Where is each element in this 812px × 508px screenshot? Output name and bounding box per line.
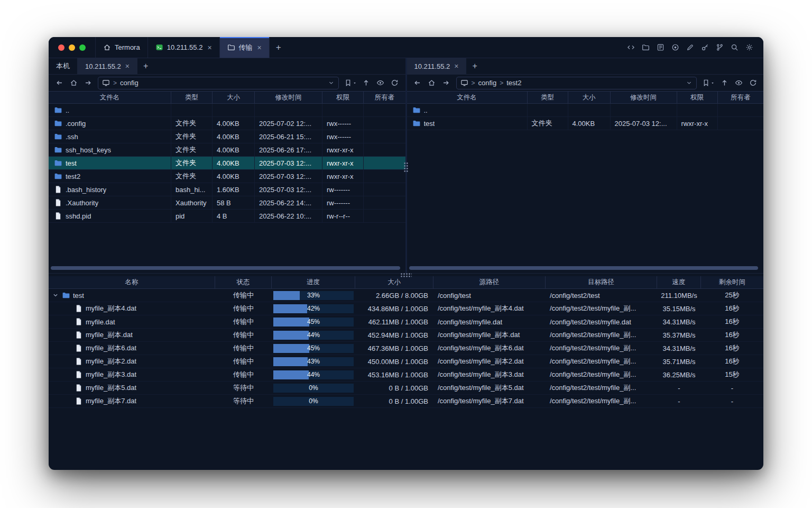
panel-tab[interactable]: 10.211.55.2× xyxy=(407,58,467,74)
code-button[interactable] xyxy=(624,41,638,55)
column-header[interactable]: 速度 xyxy=(657,276,701,288)
back-button[interactable] xyxy=(53,77,66,89)
column-header[interactable]: 所有者 xyxy=(364,92,405,103)
column-header[interactable]: 大小 xyxy=(568,92,611,103)
preview-button[interactable] xyxy=(374,77,387,89)
forward-button[interactable] xyxy=(440,77,453,89)
file-perm-cell: rw-r--r-- xyxy=(322,210,364,222)
file-icon xyxy=(75,304,83,313)
window-tab-transfer[interactable]: 传输× xyxy=(220,37,270,58)
file-icon xyxy=(75,397,83,405)
folder-button[interactable] xyxy=(639,41,652,55)
transfer-source-cell: /config/test/myfile_副本5.dat xyxy=(433,382,546,394)
path-breadcrumb[interactable]: >config xyxy=(98,77,339,89)
search-icon xyxy=(731,43,739,51)
file-row[interactable]: sshd.pidpid4 B2025-06-22 10:...rw-r--r-- xyxy=(49,210,405,223)
file-name-cell: test xyxy=(407,117,528,130)
close-icon[interactable]: × xyxy=(454,62,458,70)
file-row[interactable]: .bash_historybash_hi...1.60KB2025-07-03 … xyxy=(49,183,405,196)
column-header[interactable]: 文件名 xyxy=(407,92,528,103)
chevron-down-icon[interactable] xyxy=(686,79,693,86)
column-header[interactable]: 权限 xyxy=(322,92,364,103)
bookmark-button[interactable] xyxy=(343,77,358,89)
transfer-name: myfile_副本.dat xyxy=(86,330,133,340)
transfer-row[interactable]: myfile_副本2.dat传输中43%450.00MB / 1.00GB/co… xyxy=(49,355,763,368)
progress-bar: 45% xyxy=(273,318,354,326)
path-breadcrumb[interactable]: >config>test2 xyxy=(456,77,697,89)
file-row[interactable]: .. xyxy=(49,104,405,117)
edit-button[interactable] xyxy=(683,41,697,55)
transfer-row[interactable]: test传输中33%2.66GB / 8.00GB/config/test/co… xyxy=(49,289,763,302)
transfer-row[interactable]: myfile_副本5.dat等待中0%0 B / 1.00GB/config/t… xyxy=(49,382,763,395)
close-icon[interactable]: × xyxy=(207,44,211,51)
column-header[interactable]: 名称 xyxy=(49,276,215,288)
column-header[interactable]: 修改时间 xyxy=(611,92,677,103)
file-row[interactable]: test2文件夹4.00KB2025-07-03 12:...rwxr-xr-x xyxy=(49,170,405,183)
log-button[interactable] xyxy=(653,41,667,55)
file-row[interactable]: .. xyxy=(407,104,764,117)
column-header[interactable]: 源路径 xyxy=(433,276,546,288)
column-header[interactable]: 进度 xyxy=(272,276,355,288)
close-icon[interactable]: × xyxy=(125,62,130,70)
transfer-row[interactable]: myfile_副本6.dat传输中45%467.36MB / 1.00GB/co… xyxy=(49,342,763,355)
new-panel-tab-button[interactable]: + xyxy=(466,58,483,74)
forward-button[interactable] xyxy=(81,77,94,89)
panel-tab[interactable]: 10.211.55.2× xyxy=(78,58,137,74)
transfer-eta-cell: 15秒 xyxy=(701,368,763,381)
column-header[interactable]: 目标路径 xyxy=(546,276,657,288)
zoom-window-button[interactable] xyxy=(79,44,86,51)
file-row[interactable]: test文件夹4.00KB2025-07-03 12:...rwxr-xr-x xyxy=(49,157,405,170)
close-icon[interactable]: × xyxy=(257,44,262,51)
column-header[interactable]: 权限 xyxy=(677,92,718,103)
transfer-row[interactable]: myfile.dat传输中45%462.11MB / 1.00GB/config… xyxy=(49,315,763,329)
chevron-down-icon[interactable] xyxy=(328,79,335,86)
panel-tabbar: 10.211.55.2×+ xyxy=(407,58,764,75)
horizontal-scrollbar[interactable] xyxy=(51,266,400,270)
column-header[interactable]: 所有者 xyxy=(718,92,764,103)
column-header[interactable]: 大小 xyxy=(355,276,433,288)
file-row[interactable]: test文件夹4.00KB2025-07-03 12:...rwxr-xr-x xyxy=(407,117,764,130)
panel-tab[interactable]: 本机 xyxy=(49,58,78,74)
transfer-row[interactable]: myfile_副本.dat传输中44%452.94MB / 1.00GB/con… xyxy=(49,329,763,342)
home-button[interactable] xyxy=(67,77,80,89)
search-button[interactable] xyxy=(727,41,741,55)
column-header[interactable]: 状态 xyxy=(215,276,272,288)
window-tab-terminal[interactable]: 10.211.55.2× xyxy=(148,37,220,58)
upload-button[interactable] xyxy=(360,77,373,89)
transfer-name: myfile_副本3.dat xyxy=(86,370,136,379)
settings-button[interactable] xyxy=(742,41,756,55)
transfer-row[interactable]: myfile_副本3.dat传输中44%453.16MB / 1.00GB/co… xyxy=(49,368,763,382)
transfer-row[interactable]: myfile_副本4.dat传输中42%434.86MB / 1.00GB/co… xyxy=(49,302,763,315)
column-header[interactable]: 文件名 xyxy=(49,92,171,103)
file-perm-cell: rwx------ xyxy=(322,117,364,130)
file-row[interactable]: .XauthorityXauthority58 B2025-06-22 14:.… xyxy=(49,196,405,210)
new-panel-tab-button[interactable]: + xyxy=(137,58,154,74)
collapse-icon[interactable] xyxy=(52,292,59,299)
branch-button[interactable] xyxy=(713,41,726,55)
column-header[interactable]: 类型 xyxy=(528,92,568,103)
file-row[interactable]: .ssh文件夹4.00KB2025-06-21 15:...rwx------ xyxy=(49,130,405,143)
key-button[interactable] xyxy=(698,41,712,55)
preview-button[interactable] xyxy=(732,77,745,89)
new-tab-button[interactable]: + xyxy=(270,37,288,58)
file-row[interactable]: ssh_host_keys文件夹4.00KB2025-06-26 17:...r… xyxy=(49,143,405,157)
back-button[interactable] xyxy=(411,77,424,89)
horizontal-scrollbar[interactable] xyxy=(409,266,759,270)
transfer-progress-cell: 45% xyxy=(272,315,355,328)
home-button[interactable] xyxy=(426,77,438,89)
column-header[interactable]: 剩余时间 xyxy=(701,276,763,288)
close-window-button[interactable] xyxy=(58,44,64,51)
window-tab-home[interactable]: Termora xyxy=(95,37,148,58)
minimize-window-button[interactable] xyxy=(69,44,75,51)
refresh-button[interactable] xyxy=(746,77,759,89)
column-header[interactable]: 类型 xyxy=(171,92,213,103)
record-button[interactable] xyxy=(668,41,682,55)
bookmark-button[interactable] xyxy=(700,77,716,89)
file-row[interactable]: .config文件夹4.00KB2025-07-02 12:...rwx----… xyxy=(49,117,405,130)
horizontal-splitter[interactable] xyxy=(49,273,763,276)
column-header[interactable]: 大小 xyxy=(213,92,255,103)
transfer-row[interactable]: myfile_副本7.dat等待中0%0 B / 1.00GB/config/t… xyxy=(49,395,763,408)
refresh-button[interactable] xyxy=(389,77,401,89)
upload-button[interactable] xyxy=(718,77,731,89)
column-header[interactable]: 修改时间 xyxy=(255,92,322,103)
